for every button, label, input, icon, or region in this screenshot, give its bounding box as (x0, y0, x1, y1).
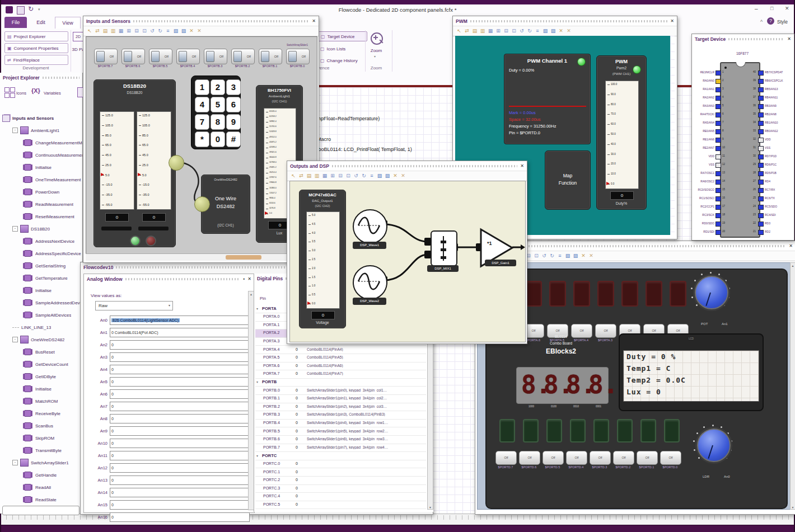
pin-pad[interactable] (758, 146, 764, 151)
board-switch-portd.1[interactable]: Off (637, 451, 658, 465)
tree-expander-icon[interactable]: - (12, 128, 18, 133)
knob-face[interactable] (697, 429, 731, 462)
rotate-left-icon[interactable]: ↺ (352, 172, 360, 180)
pin-pad[interactable] (758, 138, 764, 143)
zoom-caret-icon[interactable]: ▾ (374, 54, 376, 58)
digital-row-portb[interactable]: ▾PORTB (255, 378, 426, 387)
digital-row-porta.4[interactable]: PORTA.40ComboBL0114(PinA4) (255, 346, 426, 354)
ldr-knob[interactable] (696, 427, 729, 461)
close-icon[interactable]: ✕ (312, 18, 316, 23)
digital-row-portb.6[interactable]: PORTB.60SwitchArraySlider1(pin6), keypad… (255, 436, 426, 444)
keypad-key-1[interactable]: 1 (195, 79, 209, 95)
rotate-right-icon[interactable]: ↻ (548, 252, 556, 260)
rotate-right-icon[interactable]: ↻ (526, 27, 534, 35)
variables-icon[interactable]: {X} (31, 87, 40, 94)
list-icon[interactable]: ≡ (534, 27, 541, 35)
pin-pad[interactable] (716, 230, 721, 235)
wire-node-1[interactable] (169, 155, 184, 171)
analog-input-an7[interactable]: 0 (110, 402, 250, 411)
tree-item-busreset[interactable]: BusReset (22, 346, 82, 358)
icons-view-label[interactable]: Icons (16, 91, 26, 96)
pin-pad[interactable] (716, 87, 721, 92)
panel-canvas[interactable]: MCP47x6DAC DAC_Output1 (I2C CH2) 5.04.54… (289, 181, 526, 342)
select-icon[interactable]: ↖ (455, 27, 463, 35)
analog-input-an3[interactable]: 0 (110, 352, 250, 362)
keypad-key-#[interactable]: # (226, 131, 241, 147)
tree-item-samplealldevices[interactable]: SampleAllDevices (22, 309, 82, 321)
project-explorer-button[interactable]: ▤Project Explorer (4, 31, 68, 41)
board-switch-portd.6[interactable]: Off (519, 451, 540, 465)
tree-item-continuousmeasurement[interactable]: ContinuousMeasurement (22, 149, 82, 161)
icon-lists-toggle[interactable]: ▢Icon Lists (320, 44, 345, 53)
fill-icon[interactable]: ▧ (172, 27, 180, 35)
icons-view-icon[interactable] (4, 87, 15, 97)
pin-pad[interactable] (716, 154, 721, 159)
save-icon[interactable] (17, 6, 25, 15)
board-switch-portd.3[interactable]: Off (590, 451, 611, 465)
analog-input-an2[interactable]: 0 (110, 340, 250, 350)
layout-icon[interactable]: ▤ (101, 27, 109, 35)
keypad-key-7[interactable]: 7 (195, 114, 209, 130)
keypad-key-0[interactable]: 0 (211, 131, 225, 147)
pin-pad[interactable] (716, 96, 721, 101)
board-switch-portd.5[interactable]: Off (543, 451, 564, 465)
pin-pad[interactable] (758, 205, 764, 210)
digital-row-portb.2[interactable]: PORTB.20SwitchArraySlider1(pin2), keypad… (255, 403, 426, 411)
swap-icon[interactable]: ⇄ (463, 27, 471, 35)
pin-pad[interactable] (758, 121, 764, 126)
pin-pad[interactable] (758, 222, 764, 227)
analog-input-an16[interactable]: 0 (110, 512, 250, 522)
delete-icon[interactable]: ✕ (391, 172, 399, 180)
pin-pad[interactable] (758, 87, 764, 92)
rotate-right-icon[interactable]: ↻ (360, 172, 368, 180)
keypad-key-9[interactable]: 9 (226, 114, 241, 130)
digital-row-portb.7[interactable]: PORTB.70SwitchArraySlider1(pin7), keypad… (255, 444, 426, 452)
digital-row-portb.1[interactable]: PORTB.10SwitchArraySlider1(pin1), keypad… (255, 395, 426, 403)
digital-row-portb.5[interactable]: PORTB.50SwitchArraySlider1(pin5), keypad… (255, 427, 426, 436)
slider-marker[interactable] (265, 211, 268, 215)
fill-icon[interactable]: ▧ (376, 172, 384, 180)
pin-pad[interactable] (758, 96, 764, 101)
panel-2d-button[interactable]: 2D (73, 32, 83, 41)
pwm-slider-component[interactable]: PWM Pwm2 (PWM CH1) 100.090.080.070.060.0… (596, 55, 647, 210)
analog-input-an12[interactable]: 0 (110, 463, 250, 473)
pin-pad[interactable] (758, 70, 764, 76)
scroll-up-icon[interactable]: ▲ (792, 264, 794, 267)
keypad-key-6[interactable]: 6 (226, 97, 241, 112)
tree-item-initialise[interactable]: Initialise (22, 161, 82, 173)
tree-item-inputs-and-sensors[interactable]: Inputs and Sensors (2, 112, 82, 124)
change-history-toggle[interactable]: ▢Change History (320, 56, 358, 65)
duty-slider[interactable]: 100.090.080.070.060.050.040.030.020.010.… (605, 81, 639, 189)
minimize-button[interactable]: – (755, 6, 758, 12)
pwm-channel-readout[interactable]: PWM Channel 1 Duty = 0.00% Mark = 0.00us… (504, 54, 591, 144)
layout-icon[interactable]: ▤ (471, 27, 479, 35)
h-scrollbar-thumb[interactable] (226, 255, 261, 260)
panel-drag-handle[interactable] (728, 38, 784, 40)
switch-portb.6[interactable]: Off (121, 49, 145, 64)
slider-marker[interactable] (307, 302, 311, 305)
slider-marker[interactable] (606, 182, 610, 185)
keypad-key-4[interactable]: 4 (195, 97, 209, 112)
analog-input-an9[interactable]: 0 (110, 426, 250, 436)
keypad-3x4[interactable]: 123456789*0# (191, 76, 241, 149)
remove-icon[interactable]: ⊟ (502, 27, 510, 35)
hatch-icon[interactable]: ▨ (384, 172, 391, 180)
digital-row-portb.4[interactable]: PORTB.40SwitchArraySlider1(pin4), keypad… (255, 419, 426, 427)
tree-item-getserialstring[interactable]: GetSerialString (22, 260, 82, 272)
panel-drag-handle[interactable] (125, 278, 241, 280)
keypad-key-3[interactable]: 3 (226, 79, 241, 95)
analog-input-an15[interactable]: 0 (110, 500, 250, 510)
component-properties-button[interactable]: ▣Component Properties (4, 43, 68, 53)
tree-item-getidbyte[interactable]: GetIDByte (22, 370, 82, 383)
center-icon[interactable]: ⊡ (510, 27, 518, 35)
dsp-mix-component[interactable] (431, 230, 457, 266)
switch-portb.5[interactable]: Off (149, 49, 172, 64)
rotate-left-icon[interactable]: ↺ (148, 27, 156, 35)
pin-pad[interactable] (716, 222, 721, 227)
panel-canvas[interactable]: Off$PORTB.7Off$PORTB.6Off$PORTB.5Off$POR… (86, 36, 317, 255)
app-icon[interactable] (6, 6, 13, 13)
layout-icon[interactable]: ▤ (305, 172, 313, 180)
quickbar-caret-icon[interactable]: ▾ (38, 7, 40, 12)
hatch-icon[interactable]: ▨ (572, 252, 579, 260)
view-values-dropdown[interactable]: Raw▾ (95, 301, 173, 310)
